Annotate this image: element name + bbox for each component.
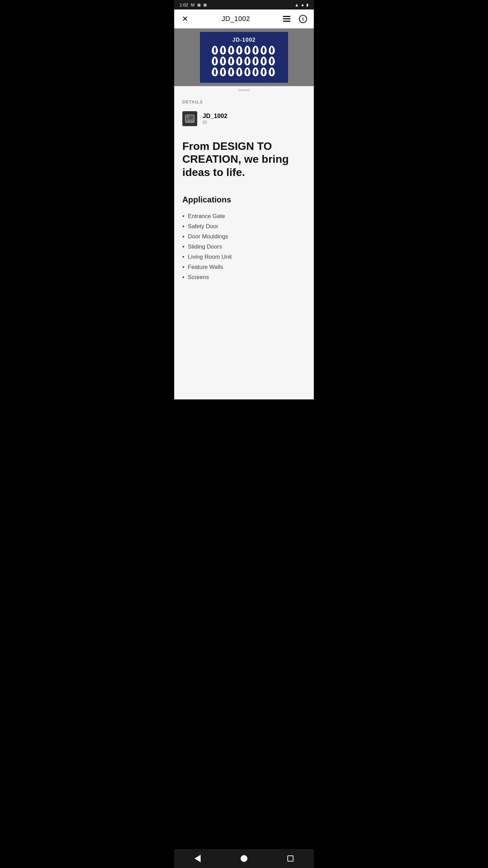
list-item: • Entrance Gate xyxy=(182,211,306,221)
status-bar: 1:02 M ▦ ▦ ▲ ▲ ▮ xyxy=(174,0,314,9)
list-item: • Safety Door xyxy=(182,221,306,232)
id-info: JD_1002 ID xyxy=(203,113,227,125)
list-icon xyxy=(283,16,290,22)
bullet-icon: • xyxy=(182,254,184,260)
calendar2-icon: ▦ xyxy=(203,3,207,7)
leaf-pattern xyxy=(228,46,234,55)
leaf-pattern xyxy=(220,67,226,76)
leaf-pattern xyxy=(252,67,259,76)
leaf-pattern xyxy=(212,67,218,76)
leaf-pattern xyxy=(261,67,267,76)
leaf-pattern xyxy=(228,67,234,76)
list-item: • Living Room Unit xyxy=(182,252,306,262)
id-value: JD_1002 xyxy=(203,113,227,120)
list-item: • Feature Walls xyxy=(182,262,306,272)
leaf-pattern xyxy=(236,46,242,55)
svg-point-7 xyxy=(187,116,189,118)
wifi-icon: ▲ xyxy=(294,2,299,7)
leaf-pattern xyxy=(252,46,259,55)
details-section-label: DETAILS xyxy=(182,100,306,104)
leaf-pattern xyxy=(261,57,267,65)
leaf-pattern xyxy=(244,46,250,55)
product-thumbnail-icon xyxy=(182,111,197,126)
bullet-icon: • xyxy=(182,244,184,250)
leaf-pattern xyxy=(220,57,226,65)
leaf-pattern xyxy=(252,57,259,65)
leaf-pattern xyxy=(236,67,242,76)
image-icon xyxy=(185,115,195,123)
application-item: Door Mouldings xyxy=(188,233,228,240)
bullet-icon: • xyxy=(182,274,184,280)
leaf-pattern xyxy=(228,57,234,65)
info-icon: i xyxy=(299,15,307,23)
bullet-icon: • xyxy=(182,264,184,270)
leaf-pattern xyxy=(261,46,267,55)
application-item: Safety Door xyxy=(188,223,218,230)
leaf-pattern xyxy=(269,46,275,55)
bullet-icon: • xyxy=(182,234,184,240)
list-item: • Sliding Doors xyxy=(182,242,306,252)
gmail-icon: M xyxy=(191,2,195,7)
drag-handle xyxy=(174,86,314,94)
content-area: DETAILS JD_1002 ID From DESIGN TO CREATI… xyxy=(174,94,314,399)
applications-title: Applications xyxy=(182,195,306,204)
leaf-pattern xyxy=(269,67,275,76)
leaf-pattern xyxy=(244,57,250,65)
calendar-icon: ▦ xyxy=(197,3,201,7)
applications-section: Applications • Entrance Gate • Safety Do… xyxy=(182,195,306,282)
close-button[interactable]: ✕ xyxy=(180,14,190,24)
leaf-pattern xyxy=(244,67,250,76)
header-actions: i xyxy=(281,14,308,24)
bullet-icon: • xyxy=(182,223,184,230)
battery-icon: ▮ xyxy=(306,3,308,7)
product-image-label: JD-1002 xyxy=(232,37,256,43)
applications-list: • Entrance Gate • Safety Door • Door Mou… xyxy=(182,211,306,282)
svg-rect-4 xyxy=(283,18,288,19)
header-title: JD_1002 xyxy=(222,15,250,23)
leaf-pattern xyxy=(212,57,218,65)
app-header: ✕ JD_1002 i xyxy=(174,9,314,28)
tagline: From DESIGN TO CREATION, we bring ideas … xyxy=(182,140,306,179)
leaf-pattern xyxy=(236,57,242,65)
application-item: Entrance Gate xyxy=(188,213,225,220)
info-button[interactable]: i xyxy=(298,14,308,24)
leaf-pattern xyxy=(212,46,218,55)
svg-rect-3 xyxy=(283,16,288,17)
application-item: Living Room Unit xyxy=(188,254,231,260)
list-view-button[interactable] xyxy=(281,14,292,24)
drag-indicator xyxy=(238,90,250,91)
id-row: JD_1002 ID xyxy=(182,111,306,126)
status-time: 1:02 xyxy=(180,2,188,7)
product-image-container: JD-1002 xyxy=(174,28,314,86)
application-item: Sliding Doors xyxy=(188,243,222,250)
pattern-grid xyxy=(212,46,276,78)
list-item: • Screens xyxy=(182,272,306,282)
leaf-pattern xyxy=(220,46,226,55)
application-item: Screens xyxy=(188,274,209,281)
close-icon: ✕ xyxy=(182,15,188,23)
bullet-icon: • xyxy=(182,213,184,219)
product-image: JD-1002 xyxy=(200,32,288,83)
list-item: • Door Mouldings xyxy=(182,232,306,242)
leaf-pattern xyxy=(269,57,275,65)
signal-icon: ▲ xyxy=(301,2,305,7)
application-item: Feature Walls xyxy=(188,264,223,271)
id-field-label: ID xyxy=(203,120,227,125)
svg-rect-5 xyxy=(283,21,288,22)
